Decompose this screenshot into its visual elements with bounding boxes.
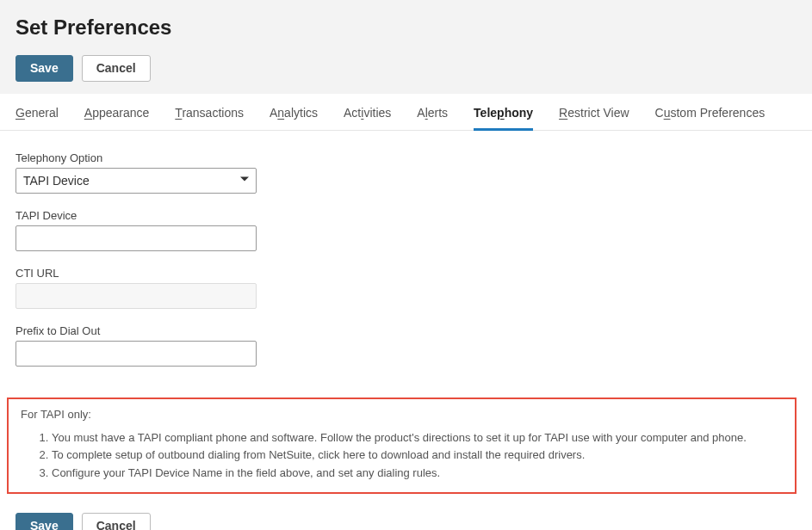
footer-button-row: Save Cancel bbox=[0, 513, 812, 530]
tab-general[interactable]: General bbox=[15, 94, 59, 130]
label-telephony-option: Telephony Option bbox=[15, 151, 797, 164]
save-button[interactable]: Save bbox=[15, 55, 73, 82]
tab-transactions[interactable]: Transactions bbox=[175, 94, 244, 130]
prefix-input[interactable] bbox=[15, 341, 257, 367]
label-cti-url: CTI URL bbox=[15, 267, 797, 280]
save-button-bottom[interactable]: Save bbox=[15, 513, 73, 530]
field-tapi-device: TAPI Device bbox=[15, 209, 797, 251]
label-prefix: Prefix to Dial Out bbox=[15, 324, 797, 337]
tab-activities[interactable]: Activities bbox=[344, 94, 391, 130]
tab-alerts[interactable]: Alerts bbox=[417, 94, 448, 130]
form-area: Telephony Option TAPI Device CTI URL Pre… bbox=[0, 131, 812, 391]
header-button-row: Save Cancel bbox=[15, 55, 797, 82]
tab-analytics[interactable]: Analytics bbox=[270, 94, 318, 130]
label-tapi-device: TAPI Device bbox=[15, 209, 797, 222]
info-item: Configure your TAPI Device Name in the f… bbox=[52, 465, 783, 482]
tapi-info-box: For TAPI only: You must have a TAPI comp… bbox=[7, 398, 797, 495]
info-list: You must have a TAPI compliant phone and… bbox=[21, 429, 783, 482]
tab-telephony[interactable]: Telephony bbox=[474, 94, 533, 130]
field-telephony-option: Telephony Option bbox=[15, 151, 797, 194]
tab-custom-preferences[interactable]: Custom Preferences bbox=[655, 94, 766, 130]
select-wrap-telephony-option bbox=[15, 168, 257, 194]
telephony-option-select[interactable] bbox=[15, 168, 257, 194]
field-prefix: Prefix to Dial Out bbox=[15, 324, 797, 367]
info-heading: For TAPI only: bbox=[21, 408, 783, 421]
cancel-button-bottom[interactable]: Cancel bbox=[82, 513, 151, 530]
field-cti-url: CTI URL bbox=[15, 267, 797, 309]
info-item: To complete setup of outbound dialing fr… bbox=[52, 447, 783, 464]
cancel-button[interactable]: Cancel bbox=[82, 55, 151, 82]
tab-restrict-view[interactable]: Restrict View bbox=[559, 94, 629, 130]
cti-url-input bbox=[15, 283, 257, 309]
tapi-device-input[interactable] bbox=[15, 225, 257, 251]
page-header: Set Preferences Save Cancel bbox=[0, 0, 812, 94]
download-drivers-link[interactable]: here bbox=[343, 448, 365, 461]
info-item: You must have a TAPI compliant phone and… bbox=[52, 429, 783, 447]
tab-appearance[interactable]: Appearance bbox=[84, 94, 150, 130]
tabs-bar: GeneralAppearanceTransactionsAnalyticsAc… bbox=[0, 94, 812, 131]
page-title: Set Preferences bbox=[15, 15, 797, 40]
